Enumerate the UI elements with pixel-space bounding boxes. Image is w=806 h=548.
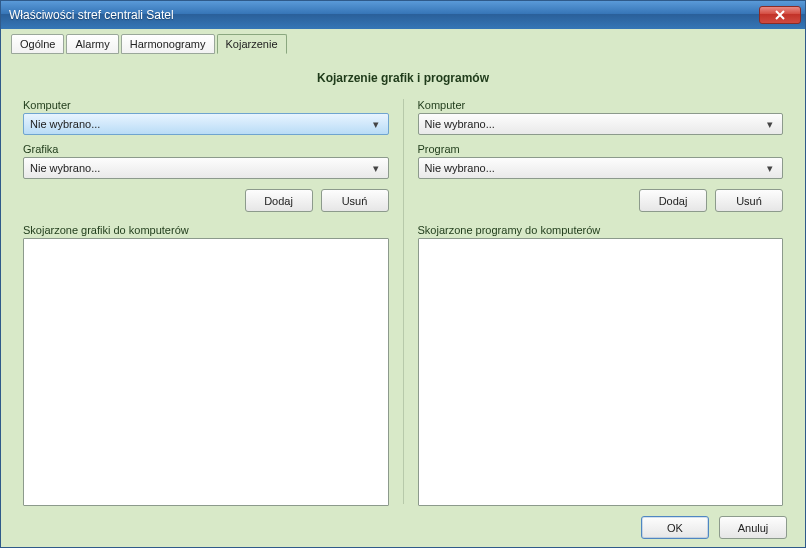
dialog-body: Ogólne Alarmy Harmonogramy Kojarzenie Ko… [1,29,805,547]
ok-button[interactable]: OK [641,516,709,539]
section-title: Kojarzenie grafik i programów [9,71,797,85]
right-association-list[interactable] [418,238,784,506]
chevron-down-icon: ▾ [368,162,384,175]
tab-bar: Ogólne Alarmy Harmonogramy Kojarzenie [9,33,797,53]
chevron-down-icon: ▾ [762,162,778,175]
left-association-list[interactable] [23,238,389,506]
window-title: Właściwości stref centrali Satel [9,8,759,22]
combo-value: Nie wybrano... [425,118,763,130]
left-computer-label: Komputer [23,99,389,111]
dialog-footer: OK Anuluj [9,512,797,539]
columns: Komputer Nie wybrano... ▾ Grafika Nie wy… [9,95,797,512]
tab-general[interactable]: Ogólne [11,34,64,54]
tab-alarms[interactable]: Alarmy [66,34,118,54]
right-remove-button[interactable]: Usuń [715,189,783,212]
left-button-row: Dodaj Usuń [23,189,389,212]
right-add-button[interactable]: Dodaj [639,189,707,212]
left-remove-button[interactable]: Usuń [321,189,389,212]
combo-value: Nie wybrano... [30,162,368,174]
cancel-button[interactable]: Anuluj [719,516,787,539]
left-add-button[interactable]: Dodaj [245,189,313,212]
left-graphic-combo[interactable]: Nie wybrano... ▾ [23,157,389,179]
tab-schedules[interactable]: Harmonogramy [121,34,215,54]
right-program-combo[interactable]: Nie wybrano... ▾ [418,157,784,179]
combo-value: Nie wybrano... [30,118,368,130]
left-column: Komputer Nie wybrano... ▾ Grafika Nie wy… [9,95,403,512]
dialog-window: Właściwości stref centrali Satel Ogólne … [0,0,806,548]
right-program-label: Program [418,143,784,155]
titlebar: Właściwości stref centrali Satel [1,1,805,29]
left-list-label: Skojarzone grafiki do komputerów [23,224,389,236]
chevron-down-icon: ▾ [368,118,384,131]
tab-association[interactable]: Kojarzenie [217,34,287,54]
right-column: Komputer Nie wybrano... ▾ Program Nie wy… [404,95,798,512]
right-computer-combo[interactable]: Nie wybrano... ▾ [418,113,784,135]
combo-value: Nie wybrano... [425,162,763,174]
right-computer-label: Komputer [418,99,784,111]
left-graphic-label: Grafika [23,143,389,155]
close-icon [774,10,786,20]
chevron-down-icon: ▾ [762,118,778,131]
close-button[interactable] [759,6,801,24]
right-button-row: Dodaj Usuń [418,189,784,212]
right-list-label: Skojarzone programy do komputerów [418,224,784,236]
left-computer-combo[interactable]: Nie wybrano... ▾ [23,113,389,135]
